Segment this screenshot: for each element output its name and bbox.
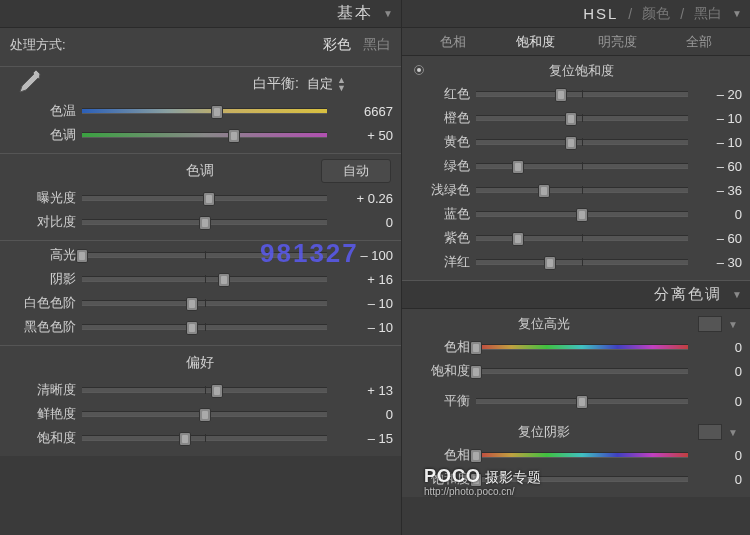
slider-thumb[interactable] [538,184,550,198]
hsl-aqua-value[interactable]: – 36 [694,183,742,198]
hsl-panel-header[interactable]: HSL / 颜色 / 黑白 ▼ [402,0,750,28]
hsl-green-slider[interactable] [476,163,688,169]
presence-section: 偏好 清晰度 + 13 鲜艳度 0 饱和度 – 15 [0,346,401,456]
highlight-swatch[interactable] [698,316,722,332]
slider-thumb[interactable] [555,88,567,102]
exposure-label: 曝光度 [8,189,76,207]
slider-thumb[interactable] [544,256,556,270]
slider-thumb[interactable] [576,208,588,222]
shadow-swatch[interactable] [698,424,722,440]
split-balance-label: 平衡 [410,392,470,410]
hsl-header-color[interactable]: 颜色 [642,5,670,23]
split-sh-sat-label: 饱和度 [410,470,470,488]
slider-thumb[interactable] [218,273,230,287]
tint-value[interactable]: + 50 [333,128,393,143]
split-sh-hue-value[interactable]: 0 [694,448,742,463]
basic-panel-header[interactable]: 基本 ▼ [0,0,401,28]
hsl-yellow-slider[interactable] [476,139,688,145]
split-shadows-header[interactable]: 复位阴影 [402,423,686,441]
slider-thumb[interactable] [211,105,223,119]
split-balance-slider[interactable] [476,398,688,404]
shadows-slider[interactable] [82,276,327,282]
slider-thumb[interactable] [576,395,588,409]
temp-value[interactable]: 6667 [333,104,393,119]
eyedropper-icon[interactable] [10,64,50,104]
treatment-color[interactable]: 彩色 [323,36,351,54]
whites-value[interactable]: – 10 [333,296,393,311]
exposure-slider[interactable] [82,195,327,201]
clarity-slider[interactable] [82,387,327,393]
split-hi-hue-slider[interactable] [476,344,688,350]
hsl-blue-value[interactable]: 0 [694,207,742,222]
hsl-red-value[interactable]: – 20 [694,87,742,102]
hsl-magenta-value[interactable]: – 30 [694,255,742,270]
hsl-red-slider[interactable] [476,91,688,97]
slider-thumb[interactable] [186,321,198,335]
shadows-label: 阴影 [8,270,76,288]
slider-thumb[interactable] [228,129,240,143]
temp-slider[interactable] [82,108,327,114]
hsl-orange-value[interactable]: – 10 [694,111,742,126]
slider-thumb[interactable] [470,341,482,355]
slider-thumb[interactable] [199,216,211,230]
hsl-blue-slider[interactable] [476,211,688,217]
split-hi-sat-slider[interactable] [476,368,688,374]
tab-luminance[interactable]: 明亮度 [576,33,658,51]
slider-thumb[interactable] [199,408,211,422]
treatment-bw[interactable]: 黑白 [363,36,391,54]
slider-thumb[interactable] [512,232,524,246]
slider-thumb[interactable] [565,112,577,126]
hsl-yellow-value[interactable]: – 10 [694,135,742,150]
split-hi-sat-value[interactable]: 0 [694,364,742,379]
shadows-value[interactable]: + 16 [333,272,393,287]
target-adjust-icon[interactable] [414,65,424,75]
clarity-value[interactable]: + 13 [333,383,393,398]
whites-slider[interactable] [82,300,327,306]
hsl-purple-label: 紫色 [410,229,470,247]
slider-thumb[interactable] [76,249,88,263]
slider-thumb[interactable] [470,365,482,379]
slider-thumb[interactable] [179,432,191,446]
highlights-value[interactable]: – 100 [333,248,393,263]
hsl-magenta-slider[interactable] [476,259,688,265]
hsl-header-bw[interactable]: 黑白 [694,5,722,23]
split-toning-header[interactable]: 分离色调 ▼ [402,281,750,309]
slider-thumb[interactable] [512,160,524,174]
exposure-value[interactable]: + 0.26 [333,191,393,206]
tab-hue[interactable]: 色相 [412,33,494,51]
split-balance-value[interactable]: 0 [694,394,742,409]
contrast-value[interactable]: 0 [333,215,393,230]
wb-preset-dropdown[interactable]: 自定 ▲▼ [307,75,391,93]
blacks-value[interactable]: – 10 [333,320,393,335]
hsl-reset-label[interactable]: 复位饱和度 [432,58,730,82]
tab-all[interactable]: 全部 [658,33,740,51]
tint-slider[interactable] [82,132,327,138]
split-sh-hue-slider[interactable] [476,452,688,458]
highlights-slider[interactable] [82,252,327,258]
slider-thumb[interactable] [470,473,482,487]
hsl-green-value[interactable]: – 60 [694,159,742,174]
hsl-purple-slider[interactable] [476,235,688,241]
split-sh-sat-value[interactable]: 0 [694,472,742,487]
auto-tone-button[interactable]: 自动 [321,159,391,183]
saturation-value[interactable]: – 15 [333,431,393,446]
slider-thumb[interactable] [211,384,223,398]
saturation-slider[interactable] [82,435,327,441]
hsl-purple-value[interactable]: – 60 [694,231,742,246]
vibrance-slider[interactable] [82,411,327,417]
hsl-header-hsl[interactable]: HSL [583,5,618,22]
hsl-aqua-slider[interactable] [476,187,688,193]
slider-thumb[interactable] [186,297,198,311]
split-hi-hue-value[interactable]: 0 [694,340,742,355]
slider-thumb[interactable] [470,449,482,463]
blacks-slider[interactable] [82,324,327,330]
contrast-slider[interactable] [82,219,327,225]
split-sh-sat-slider[interactable] [476,476,688,482]
tab-saturation[interactable]: 饱和度 [494,33,576,51]
treatment-label: 处理方式: [10,36,66,54]
vibrance-value[interactable]: 0 [333,407,393,422]
split-highlights-header[interactable]: 复位高光 [402,315,686,333]
slider-thumb[interactable] [203,192,215,206]
hsl-orange-slider[interactable] [476,115,688,121]
slider-thumb[interactable] [565,136,577,150]
